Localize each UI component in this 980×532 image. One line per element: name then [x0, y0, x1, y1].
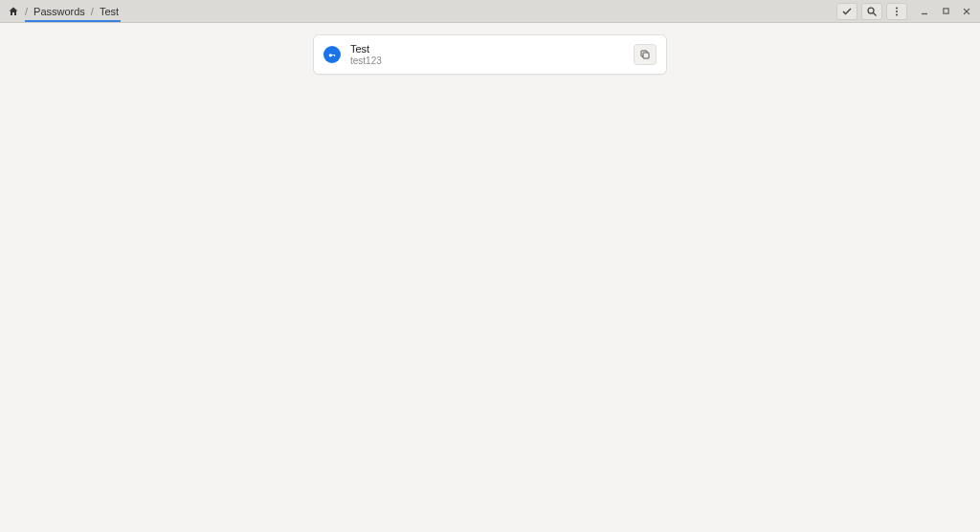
breadcrumb-section[interactable]: Passwords: [33, 6, 85, 17]
copy-button[interactable]: [634, 44, 657, 65]
breadcrumb-current[interactable]: Test: [100, 6, 119, 17]
breadcrumb-separator: /: [25, 6, 28, 17]
window-controls: [917, 4, 974, 19]
close-button[interactable]: [959, 4, 974, 19]
key-icon: [323, 46, 341, 63]
entry-username: test123: [350, 55, 624, 67]
svg-point-0: [868, 8, 874, 13]
svg-rect-11: [334, 55, 335, 56]
content-area: Test test123: [0, 23, 980, 86]
search-button[interactable]: [861, 3, 882, 20]
minimize-button[interactable]: [917, 4, 932, 19]
svg-line-1: [874, 12, 877, 15]
svg-rect-12: [643, 53, 649, 58]
password-entry-card[interactable]: Test test123: [313, 34, 667, 75]
svg-rect-6: [943, 9, 947, 13]
entry-title: Test: [350, 43, 624, 55]
select-mode-button[interactable]: [836, 3, 858, 20]
maximize-button[interactable]: [938, 4, 953, 19]
svg-point-3: [896, 11, 898, 12]
entry-text: Test test123: [350, 43, 624, 66]
svg-point-4: [896, 13, 898, 15]
svg-point-9: [329, 54, 332, 56]
header-bar: / Passwords / Test: [0, 0, 980, 23]
home-icon[interactable]: [8, 6, 19, 17]
breadcrumb-active-underline: [25, 20, 121, 22]
svg-point-2: [896, 7, 898, 9]
menu-button[interactable]: [886, 3, 907, 20]
header-actions: [836, 3, 974, 20]
breadcrumb: / Passwords / Test: [6, 0, 121, 22]
breadcrumb-separator: /: [91, 6, 94, 17]
